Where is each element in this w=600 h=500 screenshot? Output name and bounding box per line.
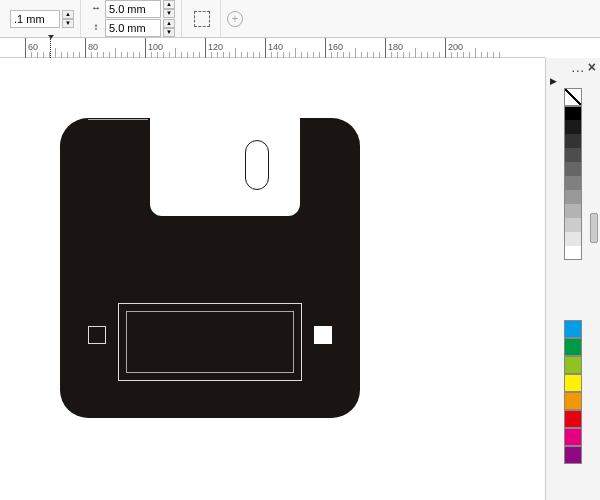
color-swatch[interactable] — [564, 162, 582, 176]
spin-up-icon[interactable]: ▲ — [62, 10, 74, 19]
disk-label-inner — [126, 311, 294, 373]
ruler-tick-label: 60 — [28, 42, 38, 52]
treat-as-filled-button[interactable] — [190, 7, 214, 31]
bounding-box-icon — [194, 11, 210, 27]
height-spinner[interactable]: ▲ ▼ — [163, 19, 175, 37]
color-swatch[interactable] — [564, 356, 582, 374]
color-swatch[interactable] — [564, 446, 582, 464]
palette-scrollbar-thumb[interactable] — [590, 213, 598, 243]
color-swatch[interactable] — [564, 148, 582, 162]
ruler-tick-label: 200 — [448, 42, 463, 52]
disk-top-notch — [88, 118, 148, 120]
no-color-swatch[interactable] — [564, 88, 582, 106]
disk-hole-right — [314, 326, 332, 344]
plus-icon: + — [227, 11, 243, 27]
swatch-column — [546, 86, 600, 464]
ruler-guide-marker[interactable] — [50, 38, 51, 58]
ruler-tick-label: 100 — [148, 42, 163, 52]
color-swatch[interactable] — [564, 204, 582, 218]
color-swatches — [564, 320, 582, 464]
duplicate-height-input[interactable]: 5.0 mm — [105, 19, 161, 37]
color-swatch[interactable] — [564, 410, 582, 428]
ruler-tick-label: 160 — [328, 42, 343, 52]
color-swatch[interactable] — [564, 374, 582, 392]
duplicate-width-input[interactable]: 5.0 mm — [105, 0, 161, 18]
height-icon: ↕ — [89, 21, 103, 35]
disk-hole-left — [88, 326, 106, 344]
options-button[interactable]: + — [223, 7, 247, 31]
spin-up-icon[interactable]: ▲ — [163, 0, 175, 9]
property-bar: .1 mm ▲ ▼ ↔ 5.0 mm ▲ ▼ ↕ 5.0 mm ▲ ▼ — [0, 0, 600, 38]
width-icon: ↔ — [89, 2, 103, 16]
width-spinner[interactable]: ▲ ▼ — [163, 0, 175, 18]
tool-buttons-group — [184, 0, 221, 37]
color-swatch[interactable] — [564, 176, 582, 190]
disk-shutter — [150, 118, 300, 216]
color-swatch[interactable] — [564, 218, 582, 232]
ruler-tick-label: 120 — [208, 42, 223, 52]
spin-down-icon[interactable]: ▼ — [163, 9, 175, 18]
color-swatch[interactable] — [564, 120, 582, 134]
ruler-tick-label: 80 — [88, 42, 98, 52]
close-icon[interactable]: × — [588, 59, 596, 75]
ruler-tick-label: 180 — [388, 42, 403, 52]
color-swatch[interactable] — [564, 338, 582, 356]
grayscale-swatches — [564, 106, 582, 260]
ruler-tick-label: 140 — [268, 42, 283, 52]
horizontal-ruler[interactable]: 6080100120140160180200 — [0, 38, 545, 58]
spin-down-icon[interactable]: ▼ — [163, 28, 175, 37]
color-swatch[interactable] — [564, 246, 582, 260]
nudge-input[interactable]: .1 mm — [10, 10, 60, 28]
color-palette-docker: … × ▶ — [545, 58, 600, 500]
spin-down-icon[interactable]: ▼ — [62, 19, 74, 28]
spin-up-icon[interactable]: ▲ — [163, 19, 175, 28]
nudge-group: .1 mm ▲ ▼ — [4, 0, 81, 37]
drawing-canvas[interactable] — [0, 58, 545, 500]
color-swatch[interactable] — [564, 134, 582, 148]
nudge-spinner[interactable]: ▲ ▼ — [62, 10, 74, 28]
palette-menu-icon[interactable]: … — [571, 59, 584, 75]
color-swatch[interactable] — [564, 392, 582, 410]
flyout-arrow-icon[interactable]: ▶ — [546, 76, 600, 86]
disk-shutter-slot — [245, 140, 269, 190]
color-swatch[interactable] — [564, 320, 582, 338]
duplicate-distance-group: ↔ 5.0 mm ▲ ▼ ↕ 5.0 mm ▲ ▼ — [83, 0, 182, 37]
color-swatch[interactable] — [564, 232, 582, 246]
floppy-disk-shape[interactable] — [60, 118, 360, 418]
color-swatch[interactable] — [564, 190, 582, 204]
color-swatch[interactable] — [564, 428, 582, 446]
color-swatch[interactable] — [564, 106, 582, 120]
palette-header: … × — [546, 58, 600, 76]
